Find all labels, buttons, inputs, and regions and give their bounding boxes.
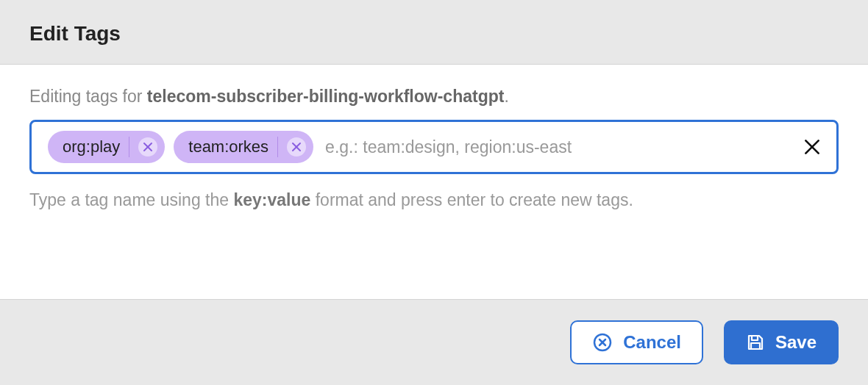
editing-suffix: . [504,87,508,106]
edit-tags-dialog: Edit Tags Editing tags for telecom-subsc… [0,0,868,385]
dialog-footer: Cancel Save [0,299,868,385]
workflow-name: telecom-subscriber-billing-workflow-chat… [147,87,505,106]
tag-chip: org:play [48,131,165,163]
tag-chip: team:orkes [174,131,313,163]
tag-text-input[interactable] [322,133,791,162]
tag-chip-divider [277,137,278,157]
help-after: format and press enter to create new tag… [310,190,633,209]
cancel-button[interactable]: Cancel [570,320,703,364]
help-before: Type a tag name using the [29,190,233,209]
clear-all-button[interactable] [800,134,825,159]
tag-remove-button[interactable] [138,137,157,156]
tag-remove-button[interactable] [287,137,306,156]
save-button[interactable]: Save [724,320,839,364]
dialog-title: Edit Tags [29,22,839,46]
editing-prefix: Editing tags for [29,87,147,106]
tag-chip-label: org:play [63,137,120,156]
editing-for-label: Editing tags for telecom-subscriber-bill… [29,87,839,107]
close-icon [291,142,302,152]
cancel-button-label: Cancel [623,332,681,353]
tag-chip-label: team:orkes [188,137,268,156]
help-bold: key:value [233,190,310,209]
close-icon [143,142,153,152]
save-button-label: Save [775,332,817,353]
close-icon [803,137,822,156]
tag-chip-divider [129,137,129,157]
dialog-header: Edit Tags [0,0,868,65]
help-text: Type a tag name using the key:value form… [29,190,839,210]
dialog-content: Editing tags for telecom-subscriber-bill… [0,65,868,299]
svg-rect-9 [752,336,758,340]
svg-rect-10 [751,343,760,349]
tag-input-container[interactable]: org:play team:orkes [29,120,839,174]
save-icon [746,333,765,352]
cancel-circle-icon [592,332,613,353]
